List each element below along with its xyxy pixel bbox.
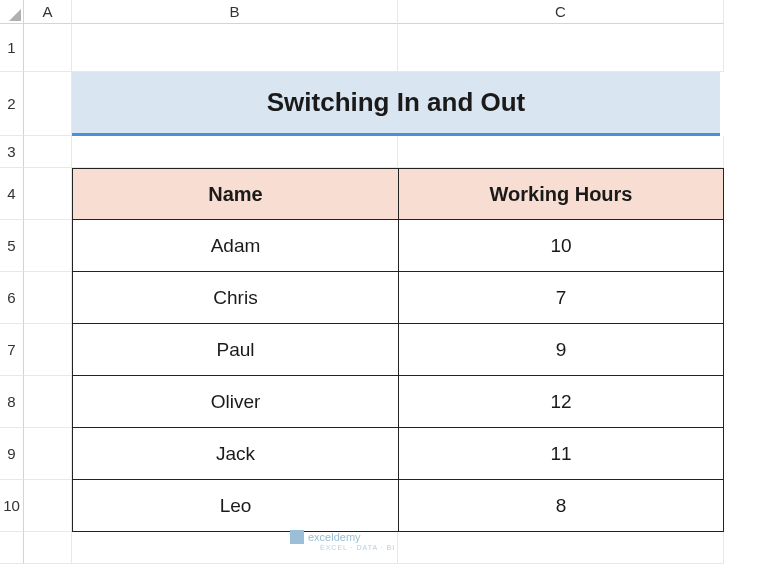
cell-extra-b	[72, 532, 398, 564]
cell-a6[interactable]	[24, 272, 72, 324]
hours-cell[interactable]: 10	[398, 220, 724, 272]
cell-a9[interactable]	[24, 428, 72, 480]
hours-cell[interactable]: 12	[398, 376, 724, 428]
row-header-9[interactable]: 9	[0, 428, 24, 480]
row-header-5[interactable]: 5	[0, 220, 24, 272]
row-header-10[interactable]: 10	[0, 480, 24, 532]
row-header-1[interactable]: 1	[0, 24, 24, 72]
cell-a10[interactable]	[24, 480, 72, 532]
cell-b1[interactable]	[72, 24, 398, 72]
name-cell[interactable]: Paul	[72, 324, 398, 376]
row-header-8[interactable]: 8	[0, 376, 24, 428]
table-header-name[interactable]: Name	[72, 168, 398, 220]
cell-extra-a	[24, 532, 72, 564]
col-header-b[interactable]: B	[72, 0, 398, 24]
name-cell[interactable]: Leo	[72, 480, 398, 532]
row-header-2[interactable]: 2	[0, 72, 24, 136]
title-cell[interactable]: Switching In and Out	[72, 72, 720, 136]
row-header-3[interactable]: 3	[0, 136, 24, 168]
cell-a5[interactable]	[24, 220, 72, 272]
cell-extra-c	[398, 532, 724, 564]
col-header-c[interactable]: C	[398, 0, 724, 24]
table-header-hours[interactable]: Working Hours	[398, 168, 724, 220]
cell-a8[interactable]	[24, 376, 72, 428]
row-header-4[interactable]: 4	[0, 168, 24, 220]
hours-cell[interactable]: 9	[398, 324, 724, 376]
cell-a4[interactable]	[24, 168, 72, 220]
cell-a3[interactable]	[24, 136, 72, 168]
select-all-corner[interactable]	[0, 0, 24, 24]
hours-cell[interactable]: 11	[398, 428, 724, 480]
cell-a1[interactable]	[24, 24, 72, 72]
name-cell[interactable]: Jack	[72, 428, 398, 480]
col-header-a[interactable]: A	[24, 0, 72, 24]
name-cell[interactable]: Adam	[72, 220, 398, 272]
name-cell[interactable]: Chris	[72, 272, 398, 324]
cell-b3[interactable]	[72, 136, 398, 168]
spreadsheet-grid: A B C 1 2 Switching In and Out 3 4 Name …	[0, 0, 767, 584]
row-header-extra	[0, 532, 24, 564]
row-header-7[interactable]: 7	[0, 324, 24, 376]
cell-c3[interactable]	[398, 136, 724, 168]
hours-cell[interactable]: 7	[398, 272, 724, 324]
cell-a2[interactable]	[24, 72, 72, 136]
row-header-6[interactable]: 6	[0, 272, 24, 324]
cell-a7[interactable]	[24, 324, 72, 376]
cell-c1[interactable]	[398, 24, 724, 72]
name-cell[interactable]: Oliver	[72, 376, 398, 428]
hours-cell[interactable]: 8	[398, 480, 724, 532]
